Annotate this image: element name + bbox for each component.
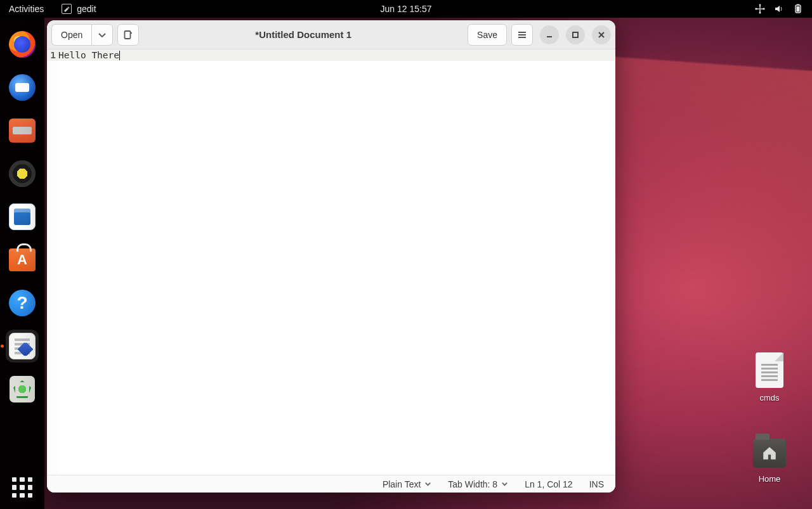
close-button[interactable] (592, 25, 611, 44)
firefox-icon (8, 30, 36, 58)
open-split-button: Open (51, 24, 113, 46)
rhythmbox-icon (8, 160, 36, 188)
dock-gedit[interactable] (6, 330, 39, 363)
gnome-top-bar: Activities gedit Jun 12 15:57 (0, 0, 812, 18)
chevron-down-icon (424, 480, 431, 487)
open-button[interactable]: Open (51, 24, 91, 46)
chevron-down-icon (97, 30, 107, 40)
minimize-button[interactable] (540, 25, 559, 44)
svg-point-0 (759, 8, 761, 10)
new-document-icon (123, 30, 133, 40)
editor-area[interactable]: 1 Hello There (47, 49, 615, 475)
text-caret (119, 51, 120, 60)
desktop-file-cmds[interactable]: cmds (741, 351, 798, 403)
volume-icon (774, 4, 784, 14)
dock-software[interactable] (6, 243, 39, 276)
line-text[interactable]: Hello There (57, 50, 120, 61)
dock-rhythmbox[interactable] (6, 157, 39, 190)
current-app-label: gedit (77, 4, 96, 14)
line-number: 1 (47, 50, 57, 60)
hamburger-icon (517, 30, 527, 40)
editor-line[interactable]: 1 Hello There (47, 49, 615, 61)
desktop-folder-home[interactable]: Home (741, 432, 798, 484)
dock-thunderbird[interactable] (6, 71, 39, 104)
software-icon (8, 246, 36, 274)
svg-rect-9 (573, 32, 578, 37)
statusbar: Plain Text Tab Width: 8 Ln 1, Col 12 INS (47, 475, 615, 493)
writer-icon (8, 203, 36, 231)
window-title: *Untitled Document 1 (143, 29, 463, 40)
activities-button[interactable]: Activities (0, 4, 53, 14)
cursor-position: Ln 1, Col 12 (525, 479, 573, 489)
show-applications-button[interactable] (12, 477, 32, 498)
dock-trash[interactable] (6, 373, 39, 406)
dock: ? (0, 18, 44, 509)
dock-firefox[interactable] (6, 28, 39, 61)
close-icon (598, 31, 605, 39)
text-file-icon (753, 351, 786, 389)
thunderbird-icon (8, 74, 36, 101)
home-folder-icon (753, 432, 786, 470)
dock-help[interactable]: ? (6, 287, 39, 319)
system-tray[interactable] (755, 4, 812, 14)
hamburger-menu-button[interactable] (511, 24, 533, 46)
syntax-label: Plain Text (383, 479, 421, 489)
current-app-menu[interactable]: gedit (53, 4, 105, 14)
svg-rect-7 (797, 4, 799, 6)
svg-point-2 (759, 12, 761, 14)
tabwidth-label: Tab Width: 8 (448, 479, 497, 489)
battery-icon (793, 4, 803, 14)
gedit-icon (8, 332, 36, 360)
minimize-icon (546, 31, 553, 39)
files-icon (8, 117, 36, 145)
dock-files[interactable] (6, 114, 39, 147)
dock-libreoffice-writer[interactable] (6, 200, 39, 233)
gedit-menu-icon (62, 4, 72, 14)
svg-rect-6 (797, 6, 800, 12)
syntax-selector[interactable]: Plain Text (383, 479, 431, 489)
svg-point-3 (755, 8, 757, 10)
trash-icon (8, 375, 36, 403)
new-tab-button[interactable] (117, 24, 139, 46)
maximize-button[interactable] (566, 25, 585, 44)
network-icon (755, 4, 765, 14)
desktop-folder-label: Home (741, 474, 798, 484)
maximize-icon (572, 31, 579, 39)
gedit-window: Open *Untitled Document 1 Save 1 Hello T… (47, 20, 615, 493)
svg-point-1 (759, 4, 761, 6)
tabwidth-selector[interactable]: Tab Width: 8 (448, 479, 508, 489)
chevron-down-icon (501, 480, 508, 487)
svg-rect-8 (125, 31, 131, 39)
clock[interactable]: Jun 12 15:57 (381, 4, 432, 14)
insert-mode[interactable]: INS (589, 479, 604, 489)
desktop-file-label: cmds (741, 393, 798, 403)
svg-point-4 (763, 8, 765, 10)
save-button[interactable]: Save (468, 24, 507, 46)
open-recent-dropdown[interactable] (91, 24, 113, 46)
help-icon: ? (8, 289, 36, 317)
headerbar: Open *Untitled Document 1 Save (47, 20, 615, 49)
